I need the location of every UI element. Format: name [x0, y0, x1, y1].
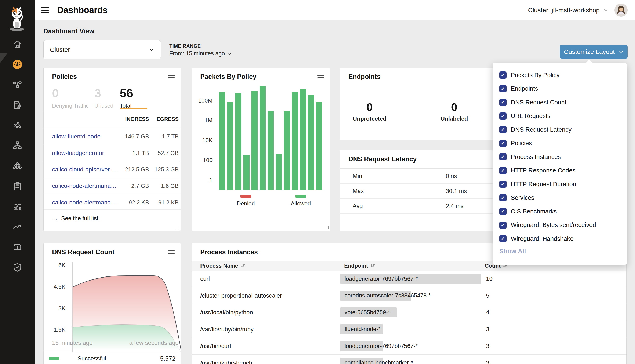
- cluster-selector[interactable]: Cluster: jlt-msft-workshop: [528, 6, 608, 14]
- trends-icon: [12, 222, 23, 232]
- endpoints-unprotected-stat: 0 Unprotected: [348, 102, 391, 122]
- legend-label: Allowed: [291, 200, 311, 207]
- process-name: /usr/bin/curl: [200, 343, 231, 350]
- y-tick-label: 6K: [58, 262, 65, 269]
- dashboard-screen: Dashboards Cluster: jlt-msft-workshop Da…: [0, 0, 635, 364]
- table-row: /var/lib/ruby/bin/rubyfluentd-node-*3: [192, 321, 626, 338]
- y-tick-label: 100M: [198, 98, 213, 104]
- layout-menu-item[interactable]: ✓CIS Benchmarks: [493, 204, 627, 218]
- policy-link[interactable]: calico-node-alertmana…: [52, 199, 117, 206]
- cluster-selector-label: Cluster: jlt-msft-workshop: [528, 6, 600, 14]
- endpoint-cluster-icon: [12, 161, 23, 171]
- denied-swatch: [241, 195, 251, 198]
- policies-ingress-header: INGRESS: [125, 110, 149, 128]
- ingress-value: 146.7 GB: [125, 133, 149, 140]
- drag-handle-icon[interactable]: [168, 75, 175, 78]
- layout-menu-item[interactable]: ✓DNS Request Count: [493, 96, 627, 109]
- layout-menu-item[interactable]: ✓Wireguard. Bytes sent/received: [493, 218, 627, 232]
- resize-handle[interactable]: [325, 226, 328, 229]
- sidebar-item-trends[interactable]: [12, 222, 23, 232]
- checkbox-icon[interactable]: ✓: [499, 140, 507, 147]
- resize-handle[interactable]: [176, 226, 179, 229]
- latency-label: Min: [353, 173, 362, 180]
- checkbox-icon[interactable]: ✓: [499, 235, 507, 242]
- activity-chart-icon: [12, 202, 23, 212]
- policy-link[interactable]: calico-node-alertmana…: [52, 183, 117, 190]
- drag-handle-icon[interactable]: [317, 75, 324, 78]
- layout-menu-item[interactable]: ✓HTTP Request Duration: [493, 177, 627, 191]
- sidebar-item-activity-chart[interactable]: [12, 201, 23, 212]
- endpoint-chip: loadgenerator-7697bb7567-*: [340, 274, 481, 284]
- customize-layout-button[interactable]: Customize Layout: [560, 45, 627, 58]
- checkbox-icon[interactable]: ✓: [499, 153, 507, 160]
- table-row: /usr/local/bin/pythonvote-5655bd759-*4: [192, 304, 626, 321]
- policies-stat-denying-traffic[interactable]: 0Denying Traffic: [52, 87, 89, 109]
- process-name: curl: [200, 276, 210, 282]
- y-tick-label: 1M: [204, 117, 213, 124]
- y-tick-label: 3K: [58, 305, 65, 312]
- sidebar-item-dashboard-gauge[interactable]: [12, 59, 23, 70]
- layout-menu-item[interactable]: ✓Endpoints: [493, 82, 627, 96]
- see-full-list-link[interactable]: → See the full list: [52, 215, 181, 222]
- y-tick-label: 1.5K: [54, 326, 65, 333]
- layout-menu-item[interactable]: ✓HTTP Response Codes: [493, 164, 627, 178]
- dashboard-view-select[interactable]: Cluster: [43, 40, 161, 59]
- checkbox-icon[interactable]: ✓: [499, 99, 507, 106]
- sidebar-item-hierarchy[interactable]: [12, 140, 23, 151]
- layout-menu-item[interactable]: ✓Services: [493, 191, 627, 205]
- allowed-bar: [244, 155, 250, 190]
- endpoint-header-label: Endpoint: [344, 262, 368, 269]
- allowed-bar: [308, 95, 314, 190]
- sort-icon: [370, 263, 375, 268]
- checkbox-icon[interactable]: ✓: [499, 126, 507, 133]
- policy-link[interactable]: allow-loadgenerator: [52, 150, 104, 156]
- checkbox-icon[interactable]: ✓: [499, 112, 507, 120]
- checkbox-icon[interactable]: ✓: [499, 208, 507, 215]
- layout-menu-item[interactable]: ✓Process Instances: [493, 150, 627, 164]
- table-row: allow-loadgenerator1.1 TB52.7 GB: [44, 144, 181, 161]
- policies-footer: → See the full list: [44, 210, 181, 222]
- unprotected-label: Unprotected: [348, 116, 391, 122]
- layout-menu-item[interactable]: ✓URL Requests: [493, 109, 627, 123]
- show-all-link[interactable]: Show All: [499, 248, 526, 255]
- layout-menu-item-label: Process Instances: [511, 154, 561, 160]
- egress-value: 1.6 GB: [161, 183, 179, 189]
- policies-stat-unused[interactable]: 3Unused: [94, 87, 113, 109]
- checkbox-icon[interactable]: ✓: [499, 72, 507, 79]
- policy-link[interactable]: allow-fluentd-node: [52, 133, 101, 140]
- sidebar-item-policy-editor[interactable]: [12, 100, 23, 110]
- layout-menu-item[interactable]: ✓Wireguard. Handshake: [493, 232, 627, 246]
- checkbox-icon[interactable]: ✓: [499, 180, 507, 188]
- policy-link[interactable]: calico-cloud-apiserver-…: [52, 166, 118, 173]
- checkbox-icon[interactable]: ✓: [499, 194, 507, 202]
- checkbox-icon[interactable]: ✓: [499, 222, 507, 229]
- layout-menu-item[interactable]: ✓DNS Request Latency: [493, 123, 627, 136]
- layout-menu-item[interactable]: ✓Packets By Policy: [493, 68, 627, 82]
- layout-menu-item[interactable]: ✓Policies: [493, 136, 627, 150]
- sidebar-item-compliance-clipboard[interactable]: [12, 181, 23, 192]
- sidebar-item-packages-box[interactable]: [12, 242, 23, 252]
- hamburger-menu-icon[interactable]: [41, 7, 49, 13]
- sidebar-item-endpoint-cluster[interactable]: [12, 161, 23, 171]
- checkbox-icon[interactable]: ✓: [499, 85, 507, 92]
- sidebar-item-security-shield[interactable]: [12, 262, 23, 273]
- table-row: /usr/bin/curlloadgenerator-7697bb7567-*3: [192, 338, 626, 355]
- ingress-value: 1.1 TB: [132, 150, 149, 156]
- unlabeled-value: 0: [433, 102, 475, 113]
- time-range-value-button[interactable]: From: 15 minutes ago: [169, 50, 232, 57]
- sidebar-item-service-graph[interactable]: [12, 80, 23, 90]
- table-row: /cluster-proportional-autoscalercoredns-…: [192, 288, 626, 304]
- avatar[interactable]: [614, 4, 627, 17]
- packets-card-title: Packets By Policy: [200, 73, 256, 80]
- sidebar-item-home[interactable]: [12, 39, 23, 50]
- latency-value: 2.4 ms: [446, 203, 464, 210]
- policies-stat-total[interactable]: 56Total: [120, 87, 133, 109]
- sidebar-item-connections[interactable]: [12, 120, 23, 131]
- calico-cat-logo: [5, 5, 29, 31]
- drag-handle-icon[interactable]: [168, 250, 175, 254]
- dns-latency-card-title: DNS Request Latency: [348, 155, 416, 163]
- checkbox-icon[interactable]: ✓: [499, 167, 507, 174]
- time-range-value: From: 15 minutes ago: [169, 50, 225, 57]
- process-name-header[interactable]: Process Name: [200, 262, 245, 269]
- endpoint-header[interactable]: Endpoint: [344, 262, 375, 269]
